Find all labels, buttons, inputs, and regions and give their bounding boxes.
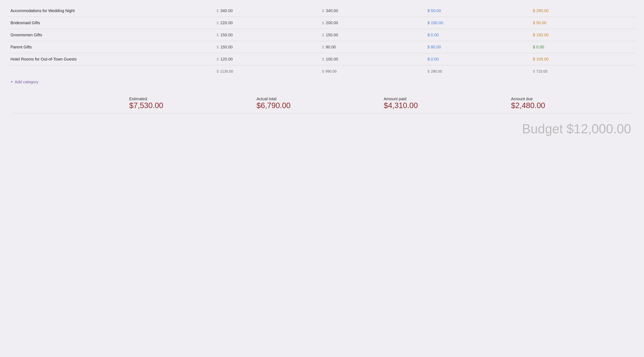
table-row: Parent Gifts $ 150.00 $ 80.00 $ 80.00 $ … bbox=[8, 41, 636, 53]
total-due: $ 710.00 bbox=[530, 65, 636, 76]
actual-cell: $ 340.00 bbox=[320, 5, 425, 17]
category-name: Groomsmen Gifts bbox=[8, 29, 214, 41]
paid-cell: $ 150.00 bbox=[425, 17, 530, 29]
currency-symbol: $ bbox=[216, 57, 218, 61]
summary-table: Estimated $7,530.00 Actual total $6,790.… bbox=[8, 95, 636, 140]
currency-symbol: $ bbox=[216, 21, 218, 25]
category-name: Accommodations for Wedding Night bbox=[8, 5, 214, 17]
table-row: Bridesmaid Gifts $ 220.00 $ 200.00 $ 150… bbox=[8, 17, 636, 29]
actual-label: Actual total bbox=[256, 96, 379, 101]
estimated-amount: 150.00 bbox=[220, 45, 233, 49]
due-value: $2,480.00 bbox=[511, 101, 634, 110]
currency-symbol: $ bbox=[322, 21, 324, 25]
add-category-row: + Add category bbox=[8, 75, 636, 88]
estimated-amount: 220.00 bbox=[220, 20, 233, 25]
table-row: Accommodations for Wedding Night $ 340.0… bbox=[8, 5, 636, 17]
actual-cell: $ 200.00 bbox=[320, 17, 425, 29]
estimated-cell: $ 150.00 bbox=[214, 29, 320, 41]
due-cell: $ 150.00 bbox=[530, 29, 636, 41]
estimated-cell: $ 220.00 bbox=[214, 17, 320, 29]
currency-symbol: $ bbox=[216, 45, 218, 49]
actual-value: $6,790.00 bbox=[256, 101, 379, 110]
due-amount: $ 50.00 bbox=[533, 20, 546, 25]
totals-row: $ 1130.00 $ 990.00 $ 280.00 $ 710.00 bbox=[8, 65, 636, 76]
estimated-amount: 120.00 bbox=[220, 57, 233, 61]
due-amount: $ 100.00 bbox=[533, 57, 549, 61]
paid-amount: $ 80.00 bbox=[428, 45, 441, 49]
budget-table: Accommodations for Wedding Night $ 340.0… bbox=[8, 5, 636, 88]
actual-amount: 200.00 bbox=[326, 20, 338, 25]
budget-display: Budget $12,000.00 bbox=[522, 122, 631, 136]
paid-amount: $ 50.00 bbox=[428, 8, 441, 13]
estimated-cell: $ 150.00 bbox=[214, 41, 320, 53]
due-cell: $ 100.00 bbox=[530, 53, 636, 65]
currency-symbol: $ bbox=[322, 45, 324, 49]
estimated-amount: 340.00 bbox=[220, 8, 233, 13]
due-amount: $ 0.00 bbox=[533, 45, 544, 49]
paid-amount: $ 0.00 bbox=[428, 33, 439, 37]
currency-symbol: $ bbox=[216, 33, 218, 37]
estimated-value: $7,530.00 bbox=[129, 101, 252, 110]
actual-amount: 100.00 bbox=[326, 57, 338, 61]
total-actual: $ 990.00 bbox=[320, 65, 425, 76]
estimated-label: Estimated bbox=[129, 96, 252, 101]
due-amount: $ 290.00 bbox=[533, 8, 549, 13]
due-cell: $ 50.00 bbox=[530, 17, 636, 29]
paid-amount: $ 150.00 bbox=[428, 20, 443, 25]
estimated-cell: $ 120.00 bbox=[214, 53, 320, 65]
actual-amount: 80.00 bbox=[326, 45, 336, 49]
paid-cell: $ 0.00 bbox=[425, 53, 530, 65]
currency-symbol: $ bbox=[216, 9, 218, 13]
currency-symbol: $ bbox=[322, 9, 324, 13]
table-row: Groomsmen Gifts $ 150.00 $ 150.00 $ 0.00… bbox=[8, 29, 636, 41]
actual-cell: $ 80.00 bbox=[320, 41, 425, 53]
estimated-cell: $ 340.00 bbox=[214, 5, 320, 17]
due-amount: $ 150.00 bbox=[533, 33, 549, 37]
paid-value: $4,310.00 bbox=[384, 101, 506, 110]
plus-icon: + bbox=[10, 79, 13, 84]
due-cell: $ 290.00 bbox=[530, 5, 636, 17]
currency-symbol: $ bbox=[322, 33, 324, 37]
due-cell: $ 0.00 bbox=[530, 41, 636, 53]
paid-cell: $ 50.00 bbox=[425, 5, 530, 17]
paid-cell: $ 80.00 bbox=[425, 41, 530, 53]
paid-amount: $ 0.00 bbox=[428, 57, 439, 61]
currency-symbol: $ bbox=[322, 57, 324, 61]
due-label: Amount due bbox=[511, 96, 634, 101]
summary-section: Estimated $7,530.00 Actual total $6,790.… bbox=[8, 92, 636, 140]
actual-amount: 150.00 bbox=[326, 33, 338, 37]
table-row: Hotel Rooms for Out-of-Town Guests $ 120… bbox=[8, 53, 636, 65]
category-name: Hotel Rooms for Out-of-Town Guests bbox=[8, 53, 214, 65]
paid-cell: $ 0.00 bbox=[425, 29, 530, 41]
total-paid: $ 280.00 bbox=[425, 65, 530, 76]
category-name: Bridesmaid Gifts bbox=[8, 17, 214, 29]
add-category-label: Add category bbox=[15, 80, 38, 84]
actual-amount: 340.00 bbox=[326, 8, 338, 13]
add-category-button[interactable]: + Add category bbox=[10, 79, 38, 84]
actual-cell: $ 100.00 bbox=[320, 53, 425, 65]
category-name: Parent Gifts bbox=[8, 41, 214, 53]
actual-cell: $ 150.00 bbox=[320, 29, 425, 41]
estimated-amount: 150.00 bbox=[220, 33, 233, 37]
total-estimated: $ 1130.00 bbox=[214, 65, 320, 76]
paid-label: Amount paid bbox=[384, 96, 506, 101]
